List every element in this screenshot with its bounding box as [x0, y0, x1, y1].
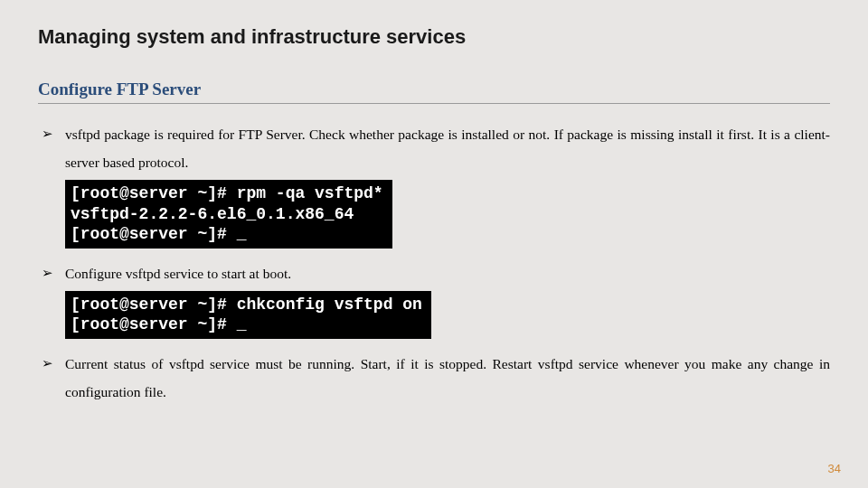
terminal-block: [root@server ~]# chkconfig vsftpd on [ro…	[65, 291, 431, 339]
page-title: Managing system and infrastructure servi…	[38, 25, 830, 49]
list-item: Current status of vsftpd service must be…	[65, 350, 830, 406]
list-item: vsftpd package is required for FTP Serve…	[65, 120, 830, 254]
bullet-text: vsftpd package is required for FTP Serve…	[65, 127, 830, 170]
bullet-text: Configure vsftpd service to start at boo…	[65, 266, 291, 281]
section-heading: Configure FTP Server	[38, 80, 830, 104]
page-number: 34	[828, 462, 841, 475]
terminal-line: vsftpd-2.2.2-6.el6_0.1.x86_64	[71, 205, 354, 223]
list-item: Configure vsftpd service to start at boo…	[65, 259, 830, 344]
bullet-list: vsftpd package is required for FTP Serve…	[38, 120, 830, 406]
terminal-line: [root@server ~]# _	[71, 315, 246, 333]
terminal-line: [root@server ~]# chkconfig vsftpd on	[71, 296, 422, 314]
terminal-block: [root@server ~]# rpm -qa vsftpd* vsftpd-…	[65, 180, 392, 249]
bullet-text: Current status of vsftpd service must be…	[65, 356, 830, 399]
terminal-line: [root@server ~]# rpm -qa vsftpd*	[71, 184, 383, 202]
terminal-line: [root@server ~]# _	[71, 225, 246, 243]
